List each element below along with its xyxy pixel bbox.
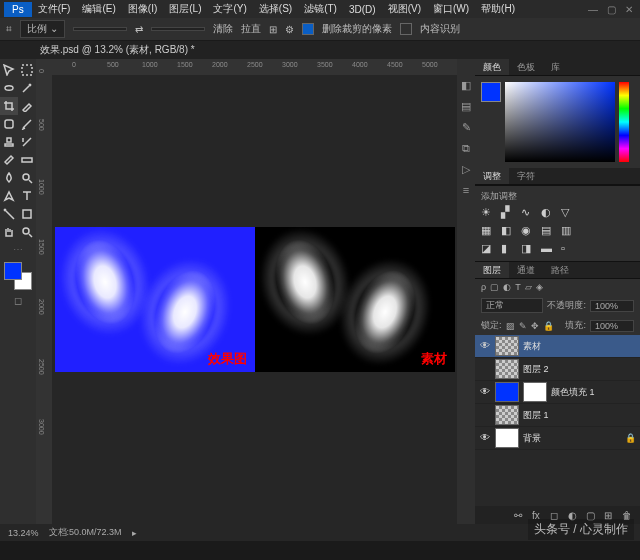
zoom-level[interactable]: 13.24% bbox=[8, 528, 39, 538]
delete-cropped-checkbox[interactable] bbox=[302, 23, 314, 35]
layer-row[interactable]: 图层 1 bbox=[475, 404, 640, 427]
threshold-icon[interactable]: ◨ bbox=[521, 242, 535, 254]
curves-icon[interactable]: ∿ bbox=[521, 206, 535, 218]
fill-input[interactable]: 100% bbox=[590, 320, 634, 332]
layer-name[interactable]: 图层 1 bbox=[523, 409, 636, 422]
layer-row[interactable]: 👁素材 bbox=[475, 335, 640, 358]
shape-tool-icon[interactable] bbox=[18, 205, 36, 223]
layer-row[interactable]: 👁背景🔒 bbox=[475, 427, 640, 450]
library-tab[interactable]: 库 bbox=[543, 59, 568, 75]
gradient-tool-icon[interactable] bbox=[18, 151, 36, 169]
layer-name[interactable]: 颜色填充 1 bbox=[551, 386, 636, 399]
poster-icon[interactable]: ▮ bbox=[501, 242, 515, 254]
lock-paint-icon[interactable]: ✎ bbox=[519, 321, 527, 331]
eraser-tool-icon[interactable] bbox=[0, 151, 18, 169]
f-smart-icon[interactable]: ◈ bbox=[536, 282, 543, 292]
dodge-tool-icon[interactable] bbox=[18, 169, 36, 187]
grid-icon[interactable]: ⊞ bbox=[269, 24, 277, 35]
menu-window[interactable]: 窗口(W) bbox=[427, 0, 475, 18]
f-type-icon[interactable]: T bbox=[515, 282, 521, 292]
menu-help[interactable]: 帮助(H) bbox=[475, 0, 521, 18]
hue-icon[interactable]: ▦ bbox=[481, 224, 495, 236]
brush-tool-icon[interactable] bbox=[18, 115, 36, 133]
paths-tab[interactable]: 路径 bbox=[543, 262, 577, 278]
layer-thumb[interactable] bbox=[495, 382, 519, 402]
layer-row[interactable]: 👁颜色填充 1 bbox=[475, 381, 640, 404]
minimize-icon[interactable]: — bbox=[586, 4, 600, 15]
blend-mode-select[interactable]: 正常 bbox=[481, 298, 543, 313]
canvas-viewport[interactable]: 效果图 素材 bbox=[52, 75, 457, 524]
menu-layer[interactable]: 图层(L) bbox=[163, 0, 207, 18]
lasso-tool-icon[interactable] bbox=[0, 79, 18, 97]
photo-icon[interactable]: ◉ bbox=[521, 224, 535, 236]
path-tool-icon[interactable] bbox=[0, 205, 18, 223]
channels-tab[interactable]: 通道 bbox=[509, 262, 543, 278]
move-tool-icon[interactable] bbox=[0, 61, 18, 79]
layer-row[interactable]: 图层 2 bbox=[475, 358, 640, 381]
foreground-color-swatch[interactable] bbox=[4, 262, 22, 280]
lock-all-icon[interactable]: 🔒 bbox=[543, 321, 554, 331]
ratio-select[interactable]: 比例 ⌄ bbox=[20, 20, 65, 38]
play-panel-icon[interactable]: ▷ bbox=[462, 163, 470, 176]
eyedropper-tool-icon[interactable] bbox=[18, 97, 36, 115]
hue-slider[interactable] bbox=[619, 82, 629, 162]
vibrance-icon[interactable]: ▽ bbox=[561, 206, 575, 218]
layers-tab[interactable]: 图层 bbox=[475, 262, 509, 278]
visibility-icon[interactable]: 👁 bbox=[479, 386, 491, 398]
stamp-tool-icon[interactable] bbox=[0, 133, 18, 151]
blur-tool-icon[interactable] bbox=[0, 169, 18, 187]
width-input[interactable] bbox=[73, 27, 127, 31]
crop-tool-icon[interactable] bbox=[0, 97, 18, 115]
swatch-panel-icon[interactable]: ▤ bbox=[461, 100, 471, 113]
height-input[interactable] bbox=[151, 27, 205, 31]
invert-icon[interactable]: ◪ bbox=[481, 242, 495, 254]
zoom-tool-icon[interactable] bbox=[18, 223, 36, 241]
f-img-icon[interactable]: ▢ bbox=[490, 282, 499, 292]
char-tab[interactable]: 字符 bbox=[509, 168, 543, 184]
layer-thumb[interactable] bbox=[495, 405, 519, 425]
type-tool-icon[interactable] bbox=[18, 187, 36, 205]
history-panel-icon[interactable]: ◧ bbox=[461, 79, 471, 92]
menu-file[interactable]: 文件(F) bbox=[32, 0, 77, 18]
gradmap-icon[interactable]: ▬ bbox=[541, 242, 555, 254]
maximize-icon[interactable]: ▢ bbox=[604, 4, 618, 15]
opacity-input[interactable]: 100% bbox=[590, 300, 634, 312]
layer-name[interactable]: 背景 bbox=[523, 432, 621, 445]
color-picker[interactable] bbox=[505, 82, 615, 162]
hand-tool-icon[interactable] bbox=[0, 223, 18, 241]
layer-name[interactable]: 图层 2 bbox=[523, 363, 636, 376]
layer-thumb[interactable] bbox=[495, 336, 519, 356]
chevron-right-icon[interactable]: ▸ bbox=[132, 528, 137, 538]
adjust-tab[interactable]: 调整 bbox=[475, 168, 509, 184]
history-brush-icon[interactable] bbox=[18, 133, 36, 151]
foreground-background-color[interactable] bbox=[4, 262, 32, 290]
close-icon[interactable]: ✕ bbox=[622, 4, 636, 15]
visibility-icon[interactable] bbox=[479, 363, 491, 375]
f-adj-icon[interactable]: ◐ bbox=[503, 282, 511, 292]
f-shape-icon[interactable]: ▱ bbox=[525, 282, 532, 292]
brightness-icon[interactable]: ☀ bbox=[481, 206, 495, 218]
visibility-icon[interactable]: 👁 bbox=[479, 432, 491, 444]
menu-type[interactable]: 文字(Y) bbox=[207, 0, 252, 18]
layer-thumb[interactable] bbox=[495, 359, 519, 379]
color-swatch[interactable] bbox=[481, 82, 501, 102]
gear-icon[interactable]: ⚙ bbox=[285, 24, 294, 35]
menu-filter[interactable]: 滤镜(T) bbox=[298, 0, 343, 18]
menu-select[interactable]: 选择(S) bbox=[253, 0, 298, 18]
swatches-tab[interactable]: 色板 bbox=[509, 59, 543, 75]
visibility-icon[interactable] bbox=[479, 409, 491, 421]
menu-image[interactable]: 图像(I) bbox=[122, 0, 163, 18]
info-panel-icon[interactable]: ≡ bbox=[463, 184, 469, 196]
menu-edit[interactable]: 编辑(E) bbox=[76, 0, 121, 18]
filter-kind-icon[interactable]: ρ bbox=[481, 282, 486, 292]
color-tab[interactable]: 颜色 bbox=[475, 59, 509, 75]
clear-button[interactable]: 清除 bbox=[213, 22, 233, 36]
content-aware-checkbox[interactable] bbox=[400, 23, 412, 35]
layer-mask-thumb[interactable] bbox=[523, 382, 547, 402]
brush-panel-icon[interactable]: ✎ bbox=[462, 121, 471, 134]
levels-icon[interactable]: ▞ bbox=[501, 206, 515, 218]
layer-thumb[interactable] bbox=[495, 428, 519, 448]
clone-panel-icon[interactable]: ⧉ bbox=[462, 142, 470, 155]
exposure-icon[interactable]: ◐ bbox=[541, 206, 555, 218]
link-layers-icon[interactable]: ⚯ bbox=[514, 510, 526, 521]
